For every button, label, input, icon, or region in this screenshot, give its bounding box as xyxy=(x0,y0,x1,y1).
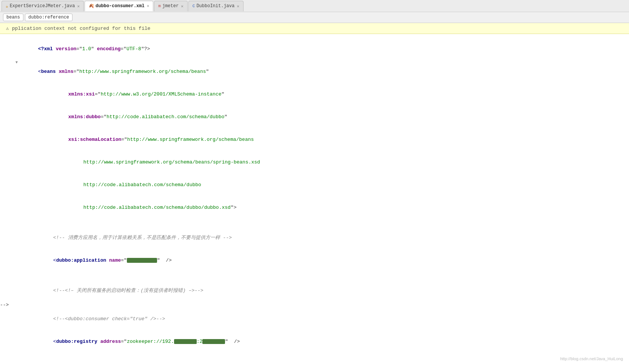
tab-dubbo-consumer[interactable]: 🍂 dubbo-consumer.xml ✕ xyxy=(85,1,153,11)
code-content-9 xyxy=(20,219,626,227)
code-line-9 xyxy=(0,219,629,227)
code-line-1: <?xml version="1.0" encoding="UTF-8"?> xyxy=(0,38,629,60)
fold-arrow-beans[interactable]: ▼ xyxy=(15,60,18,65)
jmeter-icon: m xyxy=(158,4,161,8)
line-marker-2: ▼ xyxy=(14,60,20,65)
code-content-7: http://code.alibabatech.com/schema/dubbo xyxy=(20,174,626,196)
code-content-13: <!--<!– 关闭所有服务的启动时检查：(没有提供者时报错) –>--> xyxy=(20,279,626,302)
code-line-8: http://code.alibabatech.com/schema/dubbo… xyxy=(0,196,629,219)
code-line-13: <!--<!– 关闭所有服务的启动时检查：(没有提供者时报错) –>--> xyxy=(0,279,629,302)
code-content-15: <dubbo:registry address="zookeeper://192… xyxy=(20,330,626,353)
xml-icon: 🍂 xyxy=(89,3,94,8)
breadcrumb-dubbo-reference[interactable]: dubbo:reference xyxy=(25,14,72,21)
code-line-2: ▼ <beans xmlns="http://www.springframewo… xyxy=(0,60,629,83)
code-content-8: http://code.alibabatech.com/schema/dubbo… xyxy=(20,196,626,219)
code-content-6: http://www.springframework.org/schema/be… xyxy=(20,151,626,174)
breadcrumb-dubbo-ref-label: dubbo:reference xyxy=(28,15,69,20)
code-content-17: <!--rpc 服务--> xyxy=(20,361,626,364)
tab-close-expert[interactable]: ✕ xyxy=(77,4,80,9)
tab-close-dubbo[interactable]: ✕ xyxy=(147,3,150,8)
code-line-16 xyxy=(0,353,629,361)
code-line-12 xyxy=(0,272,629,279)
code-area[interactable]: <?xml version="1.0" encoding="UTF-8"?> ▼… xyxy=(0,34,629,364)
code-line-3: xmlns:xsi="http://www.w3.org/2001/XMLSch… xyxy=(0,83,629,106)
code-line-15: <dubbo:registry address="zookeeper://192… xyxy=(0,330,629,353)
tab-close-jmeter[interactable]: ✕ xyxy=(181,4,183,9)
warning-text: ⚠ pplication context not configured for … xyxy=(6,26,150,31)
code-line-7: http://code.alibabatech.com/schema/dubbo xyxy=(0,174,629,196)
breadcrumb-beans[interactable]: beans xyxy=(3,14,23,21)
code-line-11: <dubbo:application name="" /> xyxy=(0,249,629,272)
code-content-1: <?xml version="1.0" encoding="UTF-8"?> xyxy=(20,38,626,60)
tab-bar: ☕ ExpertServiceJMeter.java ✕ 🍂 dubbo-con… xyxy=(0,0,629,12)
code-content-12 xyxy=(20,272,626,279)
code-content-4: xmlns:dubbo="http://code.alibabatech.com… xyxy=(20,106,626,128)
code-line-6: http://www.springframework.org/schema/be… xyxy=(0,151,629,174)
code-content-5: xsi:schemaLocation="http://www.springfra… xyxy=(20,128,626,151)
tab-expert-java[interactable]: ☕ ExpertServiceJMeter.java ✕ xyxy=(2,1,84,11)
code-line-17: <!--rpc 服务--> xyxy=(0,361,629,364)
code-content-3: xmlns:xsi="http://www.w3.org/2001/XMLSch… xyxy=(20,83,626,106)
code-content-16 xyxy=(20,353,626,361)
code-line-5: xsi:schemaLocation="http://www.springfra… xyxy=(0,128,629,151)
breadcrumb-beans-label: beans xyxy=(6,15,20,20)
watermark-text: http://blog.csdn.net/Java_HuiLong xyxy=(560,356,623,361)
tab-close-dubboinit[interactable]: ✕ xyxy=(237,4,239,9)
tab-jmeter[interactable]: m jmeter ✕ xyxy=(154,1,187,11)
warning-banner: ⚠ pplication context not configured for … xyxy=(0,23,629,34)
tab-label-dubbo: dubbo-consumer.xml xyxy=(96,3,145,9)
tab-label-dubboinit: DubboInit.java xyxy=(196,3,234,9)
footer-watermark: http://blog.csdn.net/Java_HuiLong xyxy=(560,356,623,361)
tab-label-expert: ExpertServiceJMeter.java xyxy=(10,3,75,9)
tab-dubboinit[interactable]: C DubboInit.java ✕ xyxy=(188,1,244,11)
code-line-10: <!-- 消费方应用名，用于计算依赖关系，不是匹配条件，不要与提供方一样 --> xyxy=(0,227,629,249)
code-line-14: <!--<dubbo:consumer check="true" />--> xyxy=(0,308,629,330)
code-content-11: <dubbo:application name="" /> xyxy=(20,249,626,272)
code-line-4: xmlns:dubbo="http://code.alibabatech.com… xyxy=(0,106,629,128)
tab-label-jmeter: jmeter xyxy=(162,3,179,9)
code-content-10: <!-- 消费方应用名，用于计算依赖关系，不是匹配条件，不要与提供方一样 --> xyxy=(20,227,626,249)
java-icon: ☕ xyxy=(6,4,8,9)
code-content-2: <beans xmlns="http://www.springframework… xyxy=(20,60,626,83)
code-content-14: <!--<dubbo:consumer check="true" />--> xyxy=(20,308,626,330)
java-icon2: C xyxy=(193,4,195,8)
breadcrumb-bar: beans dubbo:reference xyxy=(0,12,629,23)
